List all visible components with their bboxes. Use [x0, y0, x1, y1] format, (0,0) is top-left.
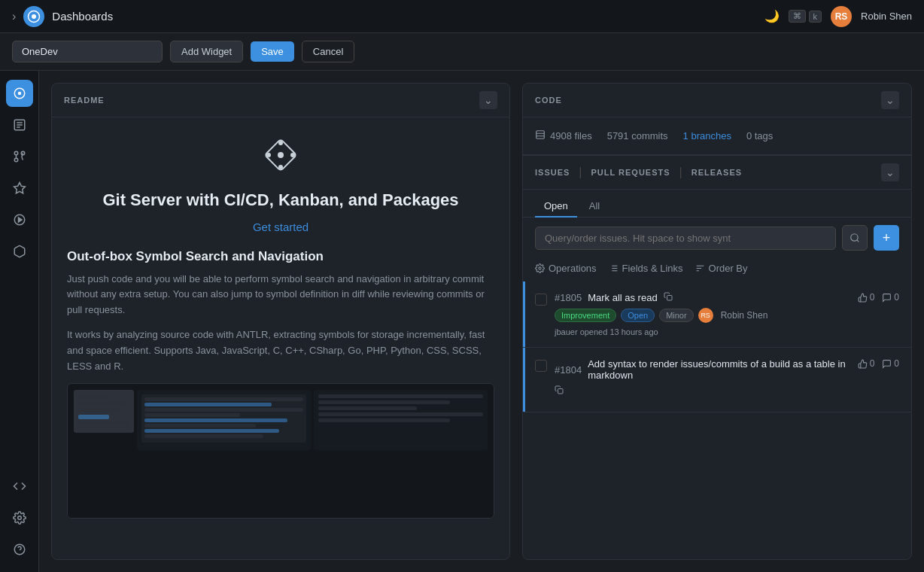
tab-all[interactable]: All [580, 196, 609, 218]
issue-title-row: #1805 Mark all as read [555, 292, 850, 303]
issue-title[interactable]: Add syntax to render issues/commits of a… [588, 358, 850, 381]
sidebar-item-builds[interactable] [6, 175, 33, 202]
issues-collapse-button[interactable]: ⌄ [881, 163, 899, 181]
sidebar-item-pullrequests[interactable] [6, 143, 33, 170]
issue-title[interactable]: Mark all as read [588, 292, 657, 303]
sidebar-item-code[interactable] [6, 473, 33, 500]
readme-title: README [64, 96, 105, 105]
issue-title-row: #1804 Add syntax to render issues/commit… [555, 358, 850, 381]
svg-point-23 [266, 153, 271, 157]
search-button[interactable] [842, 225, 868, 251]
svg-point-3 [17, 92, 21, 96]
issue-checkbox[interactable] [535, 360, 547, 372]
user-name: Robin Shen [861, 11, 912, 22]
svg-point-27 [851, 234, 858, 241]
comment-count[interactable]: 0 [882, 292, 899, 303]
comment-number: 0 [894, 358, 899, 369]
files-count: 4908 files [550, 130, 592, 141]
sidebar-item-dashboard[interactable] [6, 80, 33, 107]
comment-number: 0 [894, 292, 899, 303]
issues-tab-bar: Open All [523, 190, 911, 218]
issue-actions: 0 0 [858, 358, 899, 369]
code-collapse-button[interactable]: ⌄ [881, 91, 899, 109]
readme-heading: Git Server with CI/CD, Kanban, and Packa… [67, 190, 494, 211]
copy-icon[interactable] [664, 292, 673, 303]
issues-list: #1805 Mark all as read I [523, 281, 911, 559]
issue-badges [555, 385, 850, 397]
filter-orderby[interactable]: Order By [695, 263, 748, 274]
readme-panel-header: README ⌄ [52, 84, 509, 117]
filter-orderby-label: Order By [709, 263, 748, 274]
sidebar-toggle-icon[interactable]: › [12, 10, 16, 23]
cancel-button[interactable]: Cancel [302, 41, 354, 62]
upvote-count[interactable]: 0 [858, 358, 875, 369]
upvote-number: 0 [870, 292, 875, 303]
sidebar [0, 71, 39, 572]
readme-body: Git Server with CI/CD, Kanban, and Packa… [52, 117, 509, 559]
sidebar-item-help[interactable] [6, 536, 33, 563]
filter-operations[interactable]: Operations [535, 263, 597, 274]
file-icon [535, 129, 546, 142]
readme-subtitle: Out-of-box Symbol Search and Navigation [67, 249, 494, 264]
sidebar-item-runs[interactable] [6, 206, 33, 233]
badge-minor[interactable]: Minor [659, 309, 694, 322]
svg-rect-39 [667, 296, 672, 301]
save-button[interactable]: Save [251, 41, 294, 62]
tab-open[interactable]: Open [535, 196, 577, 218]
issue-item: #1804 Add syntax to render issues/commit… [523, 348, 911, 412]
filter-operations-label: Operations [549, 263, 597, 274]
issue-author: Robin Shen [721, 310, 768, 321]
filter-fields-label: Fields & Links [622, 263, 683, 274]
tags-count: 0 tags [746, 130, 773, 141]
branches-link[interactable]: 1 branches [683, 130, 731, 141]
issues-search-bar: + [523, 218, 911, 258]
comment-count[interactable]: 0 [882, 358, 899, 369]
theme-toggle-icon[interactable]: 🌙 [764, 9, 780, 23]
issues-search-input[interactable] [535, 227, 836, 250]
issue-actions: 0 0 [858, 292, 899, 303]
svg-point-1 [32, 14, 36, 19]
commits-count: 5791 commits [607, 130, 668, 141]
issues-section: ISSUES | PULL REQUESTS | RELEASES ⌄ Open… [523, 155, 911, 559]
main-layout: README ⌄ Git Server with CI/CD, Kanban, … [0, 71, 924, 572]
svg-point-9 [14, 158, 18, 162]
app-logo [23, 6, 44, 27]
right-panel: CODE ⌄ 4908 files 5791 commits [522, 83, 912, 560]
readme-logo [67, 132, 494, 181]
readme-panel: README ⌄ Git Server with CI/CD, Kanban, … [51, 83, 510, 560]
issue-item: #1805 Mark all as read I [523, 281, 911, 348]
add-issue-button[interactable]: + [874, 225, 899, 251]
issue-number: #1805 [555, 292, 582, 303]
badge-open[interactable]: Open [621, 309, 655, 322]
svg-marker-12 [14, 183, 25, 193]
copy-icon[interactable] [555, 385, 564, 397]
pull-requests-label[interactable]: PULL REQUESTS [591, 168, 670, 177]
svg-point-15 [17, 516, 21, 520]
readme-getstarted[interactable]: Get started [67, 221, 494, 234]
sidebar-item-packages[interactable] [6, 238, 33, 265]
sidebar-item-issues[interactable] [6, 111, 33, 138]
issue-meta: jbauer opened 13 hours ago [555, 327, 850, 336]
issue-number: #1804 [555, 364, 582, 376]
topbar-left: › Dashboards [12, 6, 113, 27]
svg-point-21 [290, 153, 295, 157]
sidebar-item-settings[interactable] [6, 504, 33, 531]
filter-bar: Operations Fields & Links [523, 258, 911, 281]
topbar-right: 🌙 ⌘ k RS Robin Shen [764, 6, 912, 27]
kbd-mod: ⌘ [789, 10, 806, 23]
add-widget-button[interactable]: Add Widget [170, 41, 243, 62]
releases-label[interactable]: RELEASES [691, 168, 742, 177]
avatar: RS [831, 6, 852, 27]
upvote-count[interactable]: 0 [858, 292, 875, 303]
svg-point-8 [14, 151, 18, 155]
badge-improvement[interactable]: Improvement [555, 309, 616, 322]
project-name-input[interactable] [12, 41, 163, 62]
svg-marker-14 [18, 218, 22, 222]
svg-point-29 [539, 267, 541, 269]
filter-fields[interactable]: Fields & Links [609, 263, 683, 274]
readme-collapse-button[interactable]: ⌄ [479, 91, 497, 109]
stat-branches[interactable]: 1 branches [683, 130, 731, 141]
issue-checkbox[interactable] [535, 294, 547, 306]
issues-section-header: ISSUES | PULL REQUESTS | RELEASES ⌄ [523, 156, 911, 190]
issues-label: ISSUES [535, 168, 570, 177]
